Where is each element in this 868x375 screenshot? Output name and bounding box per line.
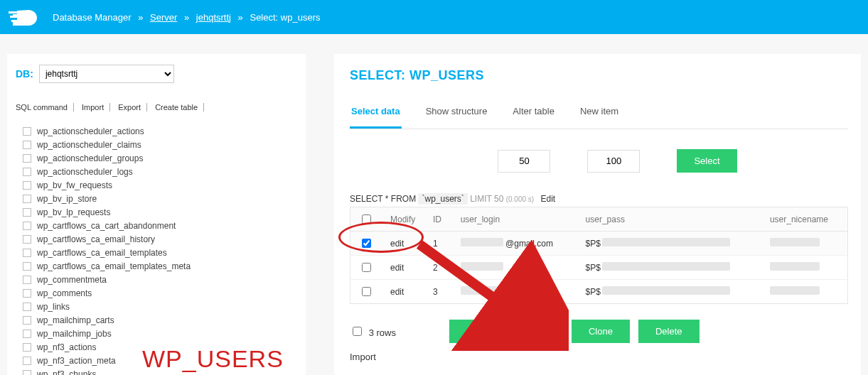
table-icon <box>23 208 31 217</box>
table-icon <box>23 370 31 376</box>
tool-export[interactable]: Export <box>112 103 147 112</box>
tab-new-item[interactable]: New item <box>579 106 620 129</box>
col-user-login[interactable]: user_login <box>452 207 577 232</box>
table-link[interactable]: wp_actionscheduler_logs <box>16 165 297 178</box>
table-icon <box>23 343 31 352</box>
select-button[interactable]: Select <box>677 149 736 173</box>
edit-button[interactable]: Edit <box>513 320 563 343</box>
col-id[interactable]: ID <box>424 207 452 232</box>
row-user-pass: $P$ <box>577 280 761 304</box>
logo-icon <box>7 7 38 27</box>
db-label: DB: <box>16 68 33 80</box>
db-tools: SQL command Import Export Create table <box>16 103 297 112</box>
rows-count-label[interactable]: 3 rows <box>350 325 396 338</box>
table-link[interactable]: wp_comments <box>16 286 297 300</box>
row-id: 1 <box>424 232 452 256</box>
page-title: SELECT: WP_USERS <box>350 68 848 83</box>
select-all-checkbox[interactable] <box>362 214 371 224</box>
table-icon <box>23 289 31 298</box>
row-checkbox[interactable] <box>362 239 371 248</box>
table-icon <box>23 222 31 230</box>
breadcrumb-server[interactable]: Server <box>150 12 177 23</box>
table-link[interactable]: wp_mailchimp_carts <box>16 313 297 327</box>
table-icon <box>23 141 31 149</box>
table-link[interactable]: wp_cartflows_ca_cart_abandonment <box>16 219 297 232</box>
table-link[interactable]: wp_actionscheduler_groups <box>16 151 297 165</box>
row-user-pass: $P$ <box>577 256 761 280</box>
table-link[interactable]: wp_links <box>16 300 297 313</box>
row-id: 3 <box>424 280 452 304</box>
row-id: 2 <box>424 256 452 280</box>
row-checkbox[interactable] <box>362 263 371 272</box>
table-icon <box>23 303 31 311</box>
col-user-nicename[interactable]: user_nicename <box>761 207 848 232</box>
table-icon <box>23 181 31 190</box>
breadcrumb: Database Manager » Server » jehqtsrttj »… <box>53 12 320 23</box>
row-user-login: @gmail.com <box>452 232 577 256</box>
tab-show-structure[interactable]: Show structure <box>424 106 489 129</box>
table-link[interactable]: wp_commentmeta <box>16 273 297 286</box>
rows-count-checkbox[interactable] <box>353 327 362 336</box>
tool-create-table[interactable]: Create table <box>149 103 204 112</box>
tab-alter-table[interactable]: Alter table <box>511 106 556 129</box>
table-link[interactable]: wp_nf3_actions <box>16 340 297 354</box>
table-link[interactable]: wp_bv_fw_requests <box>16 178 297 192</box>
svg-rect-1 <box>10 16 17 18</box>
table-link[interactable]: wp_cartflows_ca_email_templates <box>16 246 297 259</box>
table-row: edit1 @gmail.com$P$ <box>350 232 848 256</box>
tool-sql-command[interactable]: SQL command <box>16 103 74 112</box>
table-icon <box>23 330 31 338</box>
main-panel: SELECT: WP_USERS Select data Show struct… <box>334 54 861 375</box>
delete-button[interactable]: Delete <box>638 320 700 343</box>
tool-import[interactable]: Import <box>76 103 110 112</box>
row-user-nicename <box>761 280 848 304</box>
table-link[interactable]: wp_actionscheduler_actions <box>16 124 297 138</box>
table-link[interactable]: wp_bv_ip_store <box>16 192 297 205</box>
table-icon <box>23 235 31 244</box>
tabs: Select data Show structure Alter table N… <box>350 106 848 129</box>
row-user-login <box>452 280 577 304</box>
import-label[interactable]: Import <box>350 352 848 362</box>
table-icon <box>23 357 31 365</box>
tab-select-data[interactable]: Select data <box>350 106 402 129</box>
breadcrumb-db[interactable]: jehqtsrttj <box>196 12 231 23</box>
topbar: Database Manager » Server » jehqtsrttj »… <box>0 0 868 34</box>
query-description: SELECT * FROM `wp_users` LIMIT 50 (0.000… <box>350 194 848 204</box>
table-link[interactable]: wp_cartflows_ca_email_history <box>16 232 297 246</box>
col-user-pass[interactable]: user_pass <box>577 207 761 232</box>
row-edit-link[interactable]: edit <box>382 256 424 280</box>
row-user-pass: $P$ <box>577 232 761 256</box>
breadcrumb-root: Database Manager <box>53 12 132 23</box>
limit-input-2[interactable] <box>587 150 640 173</box>
table-icon <box>23 316 31 325</box>
row-user-nicename <box>761 232 848 256</box>
col-modify[interactable]: Modify <box>382 207 424 232</box>
table-icon <box>23 168 31 176</box>
tables-list: wp_actionscheduler_actionswp_actionsched… <box>16 124 297 375</box>
table-link[interactable]: wp_nf3_action_meta <box>16 354 297 367</box>
table-icon <box>23 195 31 203</box>
sidebar: DB: jehqtsrttj SQL command Import Export… <box>7 54 306 375</box>
row-edit-link[interactable]: edit <box>382 232 424 256</box>
table-link[interactable]: wp_actionscheduler_claims <box>16 138 297 151</box>
table-icon <box>23 262 31 271</box>
table-icon <box>23 276 31 284</box>
svg-rect-2 <box>11 20 17 22</box>
table-link[interactable]: wp_mailchimp_jobs <box>16 327 297 340</box>
table-link[interactable]: wp_bv_lp_requests <box>16 205 297 219</box>
db-select[interactable]: jehqtsrttj <box>39 65 174 83</box>
row-user-login <box>452 256 577 280</box>
table-icon <box>23 249 31 257</box>
svg-rect-0 <box>9 11 17 13</box>
breadcrumb-current: Select: wp_users <box>250 12 320 23</box>
table-link[interactable]: wp_cartflows_ca_email_templates_meta <box>16 259 297 273</box>
row-checkbox[interactable] <box>362 287 371 296</box>
table-row: edit2 $P$ <box>350 256 848 280</box>
table-row: edit3 $P$ <box>350 280 848 304</box>
clone-button[interactable]: Clone <box>572 320 630 343</box>
limit-input-1[interactable] <box>498 150 550 173</box>
table-link[interactable]: wp_nf3_chunks <box>16 367 297 375</box>
save-button[interactable]: Save <box>449 320 505 343</box>
row-edit-link[interactable]: edit <box>382 280 424 304</box>
edit-query-link[interactable]: Edit <box>541 194 556 204</box>
